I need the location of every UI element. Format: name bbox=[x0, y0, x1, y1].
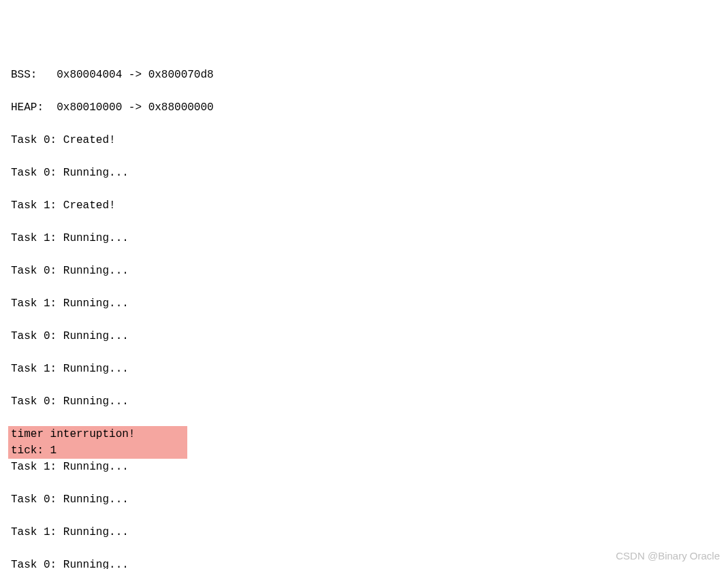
highlighted-line: timer interruption! bbox=[8, 426, 187, 442]
output-line: Task 1: Running... bbox=[8, 230, 720, 246]
output-line: BSS: 0x80004004 -> 0x800070d8 bbox=[8, 67, 720, 83]
output-line: Task 0: Created! bbox=[8, 132, 720, 148]
output-line: Task 1: Running... bbox=[8, 459, 720, 475]
watermark: CSDN @Binary Oracle bbox=[616, 549, 720, 564]
output-line: HEAP: 0x80010000 -> 0x88000000 bbox=[8, 99, 720, 116]
output-line: Task 0: Running... bbox=[8, 263, 720, 279]
output-line: Task 1: Running... bbox=[8, 295, 720, 312]
output-line: Task 1: Created! bbox=[8, 197, 720, 214]
output-line: Task 1: Running... bbox=[8, 361, 720, 377]
output-line: Task 0: Running... bbox=[8, 491, 720, 508]
output-line: Task 0: Running... bbox=[8, 557, 720, 569]
highlighted-line: tick: 1 bbox=[8, 442, 187, 459]
output-line: Task 1: Running... bbox=[8, 524, 720, 540]
output-line: Task 0: Running... bbox=[8, 328, 720, 344]
output-line: Task 0: Running... bbox=[8, 393, 720, 410]
terminal-output: BSS: 0x80004004 -> 0x800070d8 HEAP: 0x80… bbox=[0, 65, 728, 569]
output-line: Task 0: Running... bbox=[8, 165, 720, 181]
